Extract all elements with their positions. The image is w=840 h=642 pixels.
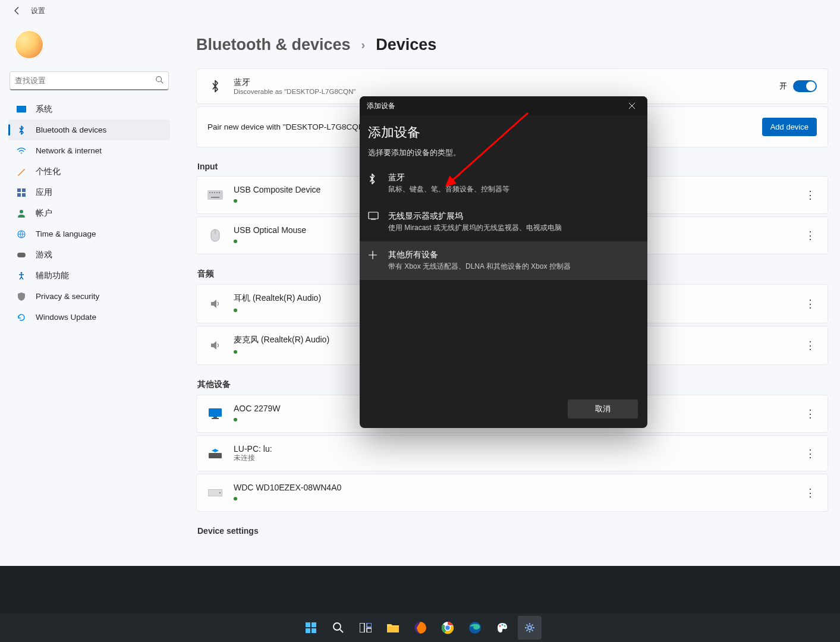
person-icon [17,209,26,218]
search-button[interactable] [326,616,350,640]
add-device-dialog: 添加设备 添加设备 选择要添加的设备的类型。 蓝牙 鼠标、键盘、笔、音频设备、控… [360,96,647,428]
chevron-right-icon: › [361,38,366,52]
more-button[interactable]: ⋮ [804,229,817,242]
svg-rect-17 [211,197,219,198]
svg-rect-14 [214,192,215,193]
user-avatar[interactable] [14,30,44,59]
apps-icon [17,188,26,197]
device-name: WDC WD10EZEX-08WN4A0 [234,483,793,492]
device-row-pc[interactable]: LU-PC: lu: 未连接 ⋮ [196,435,828,471]
explorer-button[interactable] [381,616,405,640]
dialog-cancel-button[interactable]: 取消 [568,399,638,418]
dialog-option-everything-else[interactable]: 其他所有设备 带有 Xbox 无线适配器、DLNA 和其他设备的 Xbox 控制… [360,241,647,280]
speaker-icon [207,338,223,353]
svg-rect-11 [207,190,223,200]
settings-button[interactable] [518,616,542,640]
brush-icon [17,167,26,177]
more-button[interactable]: ⋮ [804,486,817,499]
dialog-subheading: 选择要添加的设备的类型。 [368,147,639,158]
nav-accounts[interactable]: 帐户 [8,203,170,224]
nav-apps[interactable]: 应用 [8,182,170,203]
nav-personalization[interactable]: 个性化 [8,161,170,182]
option-title: 蓝牙 [388,172,509,183]
device-row-hdd[interactable]: WDC WD10EZEX-08WN4A0 ⋮ [196,474,828,512]
nav-time-language[interactable]: Time & language [8,224,170,244]
dialog-close-button[interactable] [620,97,644,114]
nav-bluetooth-devices[interactable]: Bluetooth & devices [8,119,170,140]
svg-rect-6 [22,193,26,197]
nav-label: Time & language [36,229,96,238]
search-box[interactable] [10,71,169,90]
svg-point-47 [528,626,531,630]
option-subtitle: 鼠标、键盘、笔、音频设备、控制器等 [388,184,509,194]
more-button[interactable]: ⋮ [804,339,817,352]
dialog-titlebar-text: 添加设备 [367,101,395,111]
dialog-option-wireless-display[interactable]: 无线显示器或扩展坞 使用 Miracast 或无线扩展坞的无线监视器、电视或电脑 [360,203,647,241]
bluetooth-toggle[interactable] [793,80,817,92]
nav-windows-update[interactable]: Windows Update [8,307,170,328]
status-indicator [234,199,237,203]
svg-point-0 [156,76,162,81]
status-indicator [234,418,237,421]
status-indicator [234,240,237,243]
app-title: 设置 [31,6,45,16]
svg-rect-29 [306,622,310,627]
svg-rect-16 [219,192,220,193]
gamepad-icon [17,250,26,260]
more-button[interactable]: ⋮ [804,297,817,310]
more-button[interactable]: ⋮ [804,447,817,460]
nav-system[interactable]: 系统 [8,99,170,119]
nav-gaming[interactable]: 游戏 [8,244,170,265]
breadcrumb-parent[interactable]: Bluetooth & devices [196,36,351,54]
svg-rect-4 [22,188,26,192]
svg-point-10 [21,272,23,273]
mouse-icon [207,228,223,243]
svg-rect-21 [213,417,217,418]
bluetooth-subtitle: Discoverable as "DESKTOP-L7G8CQN" [234,88,769,95]
chrome-button[interactable] [436,616,460,640]
svg-point-46 [504,625,505,627]
back-button[interactable] [12,5,23,16]
add-device-button[interactable]: Add device [762,118,817,136]
svg-rect-15 [216,192,218,193]
svg-rect-22 [212,418,219,419]
dialog-heading: 添加设备 [368,124,639,141]
bluetooth-title: 蓝牙 [234,77,769,88]
bluetooth-icon [368,173,380,187]
edge-button[interactable] [463,616,487,640]
media-device-icon [207,446,223,461]
more-button[interactable]: ⋮ [804,188,817,202]
more-button[interactable]: ⋮ [804,407,817,420]
svg-rect-13 [212,192,213,193]
nav-accessibility[interactable]: 辅助功能 [8,265,170,286]
section-device-settings: Device settings [197,526,828,536]
shield-icon [17,292,26,301]
svg-rect-9 [17,253,26,257]
nav-label: 应用 [36,187,52,198]
task-view-button[interactable] [354,616,377,640]
system-icon [17,105,26,114]
plus-icon [368,250,380,262]
option-title: 其他所有设备 [388,250,571,260]
monitor-icon [207,406,223,421]
nav-network[interactable]: Network & internet [8,140,170,161]
nav-label: 个性化 [36,166,61,177]
paint-button[interactable] [490,616,514,640]
nav-privacy[interactable]: Privacy & security [8,286,170,307]
svg-rect-32 [312,628,316,633]
svg-point-44 [499,625,501,627]
nav-label: 帐户 [36,208,52,219]
nav-label: 系统 [36,104,52,115]
option-subtitle: 带有 Xbox 无线适配器、DLNA 和其他设备的 Xbox 控制器 [388,262,571,272]
globe-icon [17,229,26,239]
option-subtitle: 使用 Miracast 或无线扩展坞的无线监视器、电视或电脑 [388,223,562,233]
dialog-option-bluetooth[interactable]: 蓝牙 鼠标、键盘、笔、音频设备、控制器等 [360,164,647,203]
start-button[interactable] [299,616,323,640]
search-input[interactable] [15,76,155,85]
svg-rect-1 [17,106,26,112]
drive-icon [207,485,223,501]
svg-rect-30 [312,622,316,627]
svg-rect-31 [306,628,310,633]
device-name: LU-PC: lu: [234,444,793,454]
firefox-button[interactable] [408,616,432,640]
